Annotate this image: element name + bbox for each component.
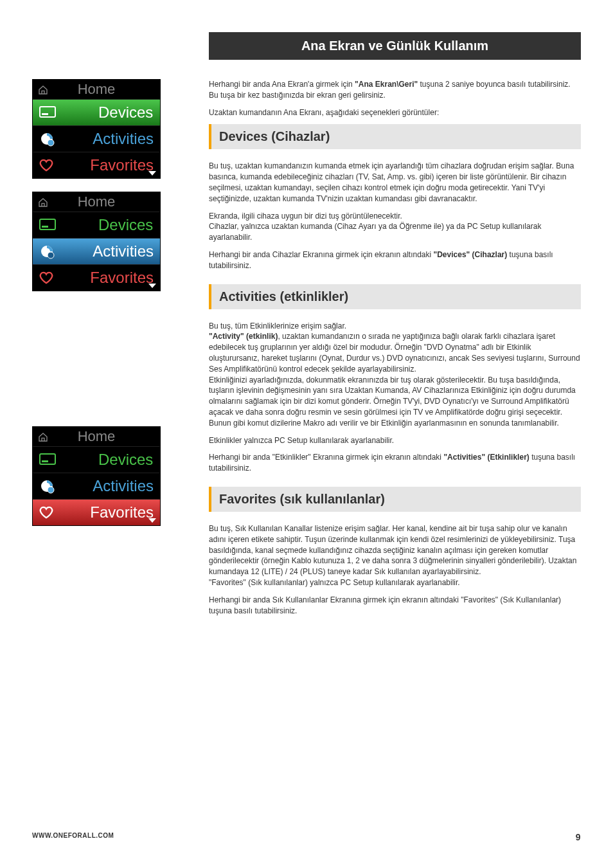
heart-icon [39, 270, 86, 285]
devices-icon [39, 105, 94, 120]
remote-activities-label: Activities [93, 130, 154, 148]
activities-p1: Bu tuş, tüm Etkinliklerinize erişim sağl… [209, 321, 581, 332]
activities-p2: "Activity" (etkinlik), uzaktan kumandanı… [209, 331, 581, 374]
left-column: Home Devices Activities Favorites [32, 79, 190, 629]
chevron-down-icon [148, 171, 156, 176]
section-body-favorites: Bu tuş, Sık Kullanılan Kanallar listeniz… [209, 523, 581, 616]
devices-p1: Bu tuş, uzaktan kumandanızın kumanda etm… [209, 161, 581, 204]
svg-rect-5 [42, 226, 48, 228]
page-header: Ana Ekran ve Günlük Kullanım [209, 32, 581, 60]
remote-favorites-row: Favorites [33, 152, 160, 178]
intro-paragraph-1: Herhangi bir anda Ana Ekran'a girmek içi… [209, 79, 581, 101]
remote-home-label: Home [78, 428, 116, 444]
activities-p5: Herhangi bir anda "Etkinlikler" Ekranına… [209, 452, 581, 474]
remote-devices-row: Devices [33, 212, 160, 238]
remote-favorites-label: Favorites [90, 156, 154, 174]
devices-p3: Cihazlar, yalnızca uzaktan kumanda (Ciha… [209, 221, 581, 243]
remote-home-label: Home [78, 81, 116, 97]
page-footer: WWW.ONEFORALL.COM 9 [32, 832, 581, 842]
remote-activities-label: Activities [93, 477, 154, 495]
activities-p3: Etkinliğinizi ayarladığınızda, dokunmati… [209, 375, 581, 429]
chevron-down-icon [148, 518, 156, 523]
heart-icon [39, 158, 86, 173]
svg-point-11 [48, 487, 54, 493]
remote-activities-row-active: Activities [33, 238, 160, 264]
svg-rect-8 [40, 454, 55, 464]
home-icon [38, 82, 48, 99]
remote-activities-row: Activities [33, 473, 160, 499]
devices-p4: Herhangi bir anda Cihazlar Ekranına girm… [209, 249, 581, 271]
remote-home-header: Home [33, 427, 160, 446]
home-icon [38, 429, 48, 446]
remote-devices-label: Devices [98, 216, 154, 234]
devices-p2: Ekranda, ilgili cihaza uygun bir dizi tu… [209, 211, 581, 222]
remote-favorites-label: Favorites [90, 503, 154, 521]
home-icon [38, 195, 48, 212]
remote-favorites-row-active: Favorites [33, 499, 160, 525]
remote-screenshot-favorites: Home Devices Activities Favorites [32, 426, 161, 526]
section-body-devices: Bu tuş, uzaktan kumandanızın kumanda etm… [209, 161, 581, 271]
footer-page-number: 9 [576, 832, 581, 842]
activities-icon [39, 478, 89, 494]
devices-icon [39, 217, 94, 233]
remote-screenshot-activities: Home Devices Activities Favorites [32, 192, 161, 291]
remote-favorites-label: Favorites [90, 269, 154, 287]
activities-icon [39, 244, 89, 259]
section-title-devices: Devices (Cihazlar) [209, 124, 581, 149]
remote-favorites-row: Favorites [33, 264, 160, 291]
svg-rect-9 [42, 460, 48, 462]
favorites-p3: Herhangi bir anda Sık Kullanılanlar Ekra… [209, 595, 581, 617]
remote-devices-label: Devices [98, 451, 154, 469]
remote-devices-row-active: Devices [33, 99, 160, 125]
remote-home-label: Home [78, 194, 116, 210]
svg-point-3 [48, 140, 54, 146]
section-title-activities: Activities (etkinlikler) [209, 284, 581, 309]
remote-activities-label: Activities [93, 242, 154, 260]
section-title-favorites: Favorites (sık kullanılanlar) [209, 487, 581, 512]
remote-home-header: Home [33, 192, 160, 212]
remote-screenshot-devices: Home Devices Activities Favorites [32, 79, 161, 179]
favorites-p2: "Favorites" (Sık kullanılanlar) yalnızca… [209, 577, 581, 588]
right-column: Herhangi bir anda Ana Ekran'a girmek içi… [209, 79, 581, 629]
favorites-p1: Bu tuş, Sık Kullanılan Kanallar listeniz… [209, 523, 581, 577]
activities-p4: Etkinlikler yalnızca PC Setup kullanılar… [209, 435, 581, 446]
intro-paragraph-2: Uzaktan kumandanın Ana Ekranı, aşağıdaki… [209, 107, 581, 118]
remote-devices-label: Devices [98, 104, 154, 122]
activities-icon [39, 131, 89, 147]
remote-home-header: Home [33, 80, 160, 99]
remote-devices-row: Devices [33, 446, 160, 473]
svg-rect-4 [40, 219, 55, 230]
section-body-activities: Bu tuş, tüm Etkinliklerinize erişim sağl… [209, 321, 581, 474]
svg-point-7 [48, 252, 54, 258]
heart-icon [39, 505, 86, 520]
devices-icon [39, 452, 94, 467]
remote-activities-row: Activities [33, 125, 160, 152]
chevron-down-icon [148, 284, 156, 288]
svg-rect-0 [40, 107, 55, 117]
svg-rect-1 [42, 113, 48, 115]
footer-url: WWW.ONEFORALL.COM [32, 832, 114, 842]
